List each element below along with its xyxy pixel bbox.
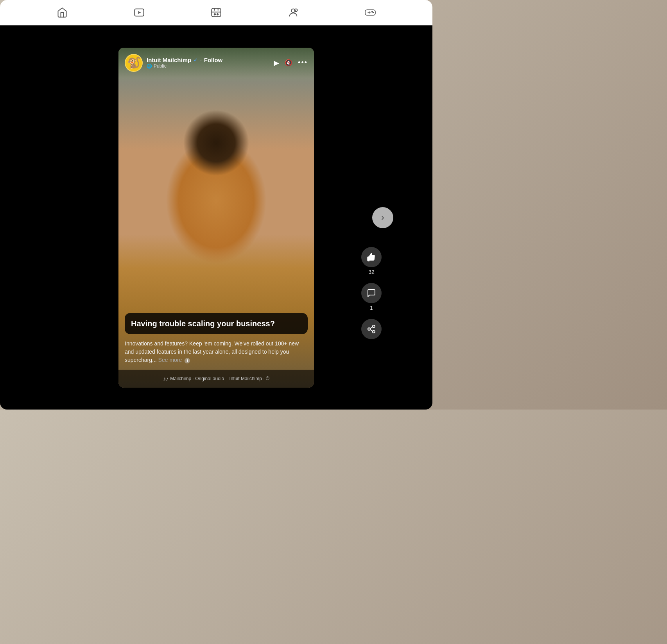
avatar-icon: 🐒 bbox=[127, 56, 141, 69]
audio-icon: ♪♪ bbox=[163, 376, 169, 382]
dot-separator: · bbox=[200, 57, 202, 63]
svg-line-16 bbox=[370, 330, 373, 331]
nav-bar: + bbox=[0, 0, 432, 25]
svg-rect-2 bbox=[212, 9, 221, 17]
audio-label2: Intuit Mailchimp · © bbox=[230, 376, 269, 381]
verified-badge: ✓ bbox=[194, 57, 198, 63]
video-card[interactable]: 🐒 Intuit Mailchimp ✓ · Follow 🌐 Public bbox=[118, 48, 314, 388]
video-header: 🐒 Intuit Mailchimp ✓ · Follow 🌐 Public bbox=[118, 48, 314, 78]
nav-games[interactable] bbox=[363, 5, 377, 20]
svg-point-12 bbox=[373, 12, 374, 13]
like-button[interactable]: 32 bbox=[361, 247, 382, 275]
profile-name-row: Intuit Mailchimp ✓ · Follow bbox=[147, 57, 222, 63]
video-controls: ▶ 🔇 ••• bbox=[274, 59, 308, 67]
share-button[interactable] bbox=[361, 319, 382, 339]
next-button[interactable]: › bbox=[372, 207, 393, 228]
more-button[interactable]: ••• bbox=[298, 59, 308, 67]
mute-button[interactable]: 🔇 bbox=[285, 59, 292, 66]
play-button[interactable]: ▶ bbox=[274, 59, 279, 67]
comment-count: 1 bbox=[370, 305, 373, 311]
svg-point-3 bbox=[214, 14, 216, 15]
globe-icon: 🌐 bbox=[147, 64, 152, 69]
info-icon[interactable]: ℹ bbox=[185, 358, 190, 363]
nav-home[interactable] bbox=[55, 5, 69, 20]
caption-area: Having trouble scaling your business? In… bbox=[125, 313, 308, 364]
svg-line-17 bbox=[370, 327, 373, 329]
caption-bubble: Having trouble scaling your business? bbox=[125, 313, 308, 334]
profile-visibility: 🌐 Public bbox=[147, 63, 222, 69]
comment-button[interactable]: 1 bbox=[361, 283, 382, 311]
svg-text:+: + bbox=[295, 10, 296, 12]
share-icon-circle bbox=[361, 319, 382, 339]
comment-icon-circle bbox=[361, 283, 382, 303]
caption-heading: Having trouble scaling your business? bbox=[131, 318, 301, 329]
visibility-label: Public bbox=[154, 63, 167, 69]
audio-bar: ♪♪ Mailchimp · Original audio Intuit Mai… bbox=[118, 370, 314, 388]
see-more-button[interactable]: See more bbox=[158, 357, 182, 363]
main-area: 🐒 Intuit Mailchimp ✓ · Follow 🌐 Public bbox=[0, 25, 432, 410]
svg-point-11 bbox=[372, 11, 373, 12]
caption-description: Innovations and features? Keep 'em comin… bbox=[125, 340, 308, 364]
side-actions: 32 1 bbox=[361, 247, 382, 339]
nav-profile[interactable]: + bbox=[286, 5, 300, 20]
profile-info: Intuit Mailchimp ✓ · Follow 🌐 Public bbox=[147, 57, 222, 69]
follow-button[interactable]: Follow bbox=[204, 57, 223, 63]
profile-name: Intuit Mailchimp bbox=[147, 57, 191, 63]
like-icon-circle bbox=[361, 247, 382, 267]
like-count: 32 bbox=[368, 269, 375, 275]
audio-text: Mailchimp · Original audio Intuit Mailch… bbox=[170, 376, 269, 381]
svg-point-4 bbox=[217, 14, 219, 15]
audio-label: Mailchimp · Original audio bbox=[170, 376, 224, 381]
profile-section: 🐒 Intuit Mailchimp ✓ · Follow 🌐 Public bbox=[125, 54, 222, 72]
svg-marker-1 bbox=[138, 11, 141, 14]
nav-store[interactable] bbox=[209, 5, 223, 20]
nav-video[interactable] bbox=[132, 5, 146, 20]
avatar[interactable]: 🐒 bbox=[125, 54, 143, 72]
